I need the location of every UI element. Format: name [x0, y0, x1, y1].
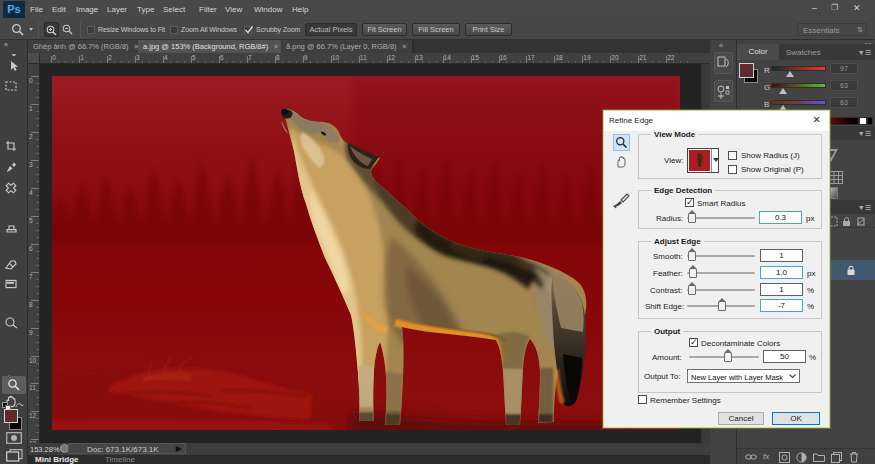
- svg-text:T: T: [7, 54, 15, 57]
